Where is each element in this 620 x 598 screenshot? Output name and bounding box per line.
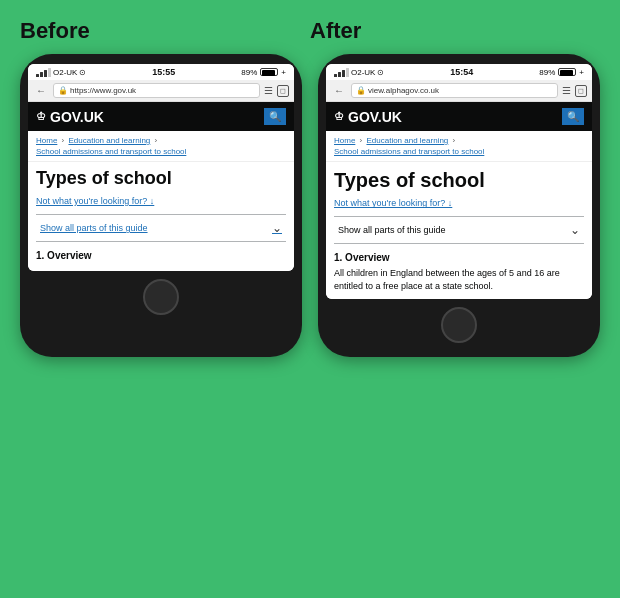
before-screen: O2-UK ⊙ 15:55 89% + ← 🔒 https://www.gov.… <box>28 64 294 271</box>
before-time: 15:55 <box>152 67 175 77</box>
after-battery-pct: 89% <box>539 68 555 77</box>
after-menu-icon[interactable]: ☰ <box>562 85 571 96</box>
before-lock-icon: 🔒 <box>58 86 68 95</box>
after-breadcrumb-section[interactable]: Education and learning <box>366 136 448 145</box>
after-url-text: view.alphagov.co.uk <box>368 86 553 95</box>
after-back-button[interactable]: ← <box>331 84 347 97</box>
after-overview-text: All children in England between the ages… <box>334 267 584 292</box>
before-url-box[interactable]: 🔒 https://www.gov.uk <box>53 83 260 98</box>
after-gov-header: ♔ GOV.UK 🔍 <box>326 102 592 131</box>
after-gov-logo: ♔ GOV.UK <box>334 109 402 125</box>
after-content: Types of school Not what you're looking … <box>326 162 592 298</box>
before-carrier: O2-UK <box>53 68 77 77</box>
before-status-bar: O2-UK ⊙ 15:55 89% + <box>28 64 294 80</box>
after-charging: + <box>579 68 584 77</box>
before-breadcrumb-home[interactable]: Home <box>36 136 57 145</box>
before-show-parts[interactable]: Show all parts of this guide ⌄ <box>36 214 286 242</box>
before-address-bar: ← 🔒 https://www.gov.uk ☰ ◻ <box>28 80 294 102</box>
before-gov-logo: ♔ GOV.UK <box>36 109 104 125</box>
before-home-button[interactable] <box>143 279 179 315</box>
before-show-parts-label: Show all parts of this guide <box>40 223 148 233</box>
after-lock-icon: 🔒 <box>356 86 366 95</box>
after-carrier: O2-UK <box>351 68 375 77</box>
before-gov-header: ♔ GOV.UK 🔍 <box>28 102 294 131</box>
after-crown-icon: ♔ <box>334 110 344 123</box>
after-url-box[interactable]: 🔒 view.alphagov.co.uk <box>351 83 558 98</box>
before-url-text: https://www.gov.uk <box>70 86 255 95</box>
after-gov-title: GOV.UK <box>348 109 402 125</box>
after-not-looking-link[interactable]: Not what you're looking for? ↓ <box>334 198 584 208</box>
before-search-button[interactable]: 🔍 <box>264 108 286 125</box>
after-label: After <box>310 18 600 44</box>
before-page-title: Types of school <box>36 168 286 190</box>
before-battery: 89% + <box>241 68 286 77</box>
before-breadcrumb-sep2: › <box>155 136 158 145</box>
before-not-looking-link[interactable]: Not what you're looking for? ↓ <box>36 196 286 206</box>
before-breadcrumb: Home › Education and learning › School a… <box>28 131 294 162</box>
after-wifi-icon: ⊙ <box>377 68 384 77</box>
after-breadcrumb-home[interactable]: Home <box>334 136 355 145</box>
after-phone: O2-UK ⊙ 15:54 89% + ← 🔒 view.alphagov.co… <box>318 54 600 357</box>
after-breadcrumb-sep1: › <box>360 136 365 145</box>
before-label: Before <box>20 18 310 44</box>
before-battery-pct: 89% <box>241 68 257 77</box>
before-wifi-icon: ⊙ <box>79 68 86 77</box>
before-charging: + <box>281 68 286 77</box>
before-breadcrumb-section[interactable]: Education and learning <box>68 136 150 145</box>
after-show-parts[interactable]: Show all parts of this guide ⌄ <box>334 216 584 244</box>
after-search-button[interactable]: 🔍 <box>562 108 584 125</box>
after-breadcrumb: Home › Education and learning › School a… <box>326 131 592 162</box>
after-show-parts-label: Show all parts of this guide <box>338 225 446 235</box>
after-address-bar: ← 🔒 view.alphagov.co.uk ☰ ◻ <box>326 80 592 102</box>
after-time: 15:54 <box>450 67 473 77</box>
after-chevron-icon: ⌄ <box>570 223 580 237</box>
after-signal: O2-UK ⊙ <box>334 68 384 77</box>
before-menu-icon[interactable]: ☰ <box>264 85 273 96</box>
after-breadcrumb-sep2: › <box>453 136 456 145</box>
after-screen: O2-UK ⊙ 15:54 89% + ← 🔒 view.alphagov.co… <box>326 64 592 299</box>
before-tab-icon[interactable]: ◻ <box>277 85 289 97</box>
before-phone: O2-UK ⊙ 15:55 89% + ← 🔒 https://www.gov.… <box>20 54 302 357</box>
before-gov-title: GOV.UK <box>50 109 104 125</box>
before-back-button[interactable]: ← <box>33 84 49 97</box>
before-signal: O2-UK ⊙ <box>36 68 86 77</box>
before-overview-heading: 1. Overview <box>36 250 286 261</box>
after-overview-heading: 1. Overview <box>334 252 584 263</box>
before-crown-icon: ♔ <box>36 110 46 123</box>
after-status-bar: O2-UK ⊙ 15:54 89% + <box>326 64 592 80</box>
before-content: Types of school Not what you're looking … <box>28 162 294 271</box>
after-battery: 89% + <box>539 68 584 77</box>
before-battery-icon <box>260 68 278 76</box>
after-tab-icon[interactable]: ◻ <box>575 85 587 97</box>
after-home-button[interactable] <box>441 307 477 343</box>
after-page-title: Types of school <box>334 168 584 192</box>
after-battery-icon <box>558 68 576 76</box>
before-breadcrumb-sep1: › <box>62 136 67 145</box>
before-breadcrumb-page[interactable]: School admissions and transport to schoo… <box>36 147 186 156</box>
before-chevron-icon: ⌄ <box>272 221 282 235</box>
after-breadcrumb-page[interactable]: School admissions and transport to schoo… <box>334 147 484 156</box>
